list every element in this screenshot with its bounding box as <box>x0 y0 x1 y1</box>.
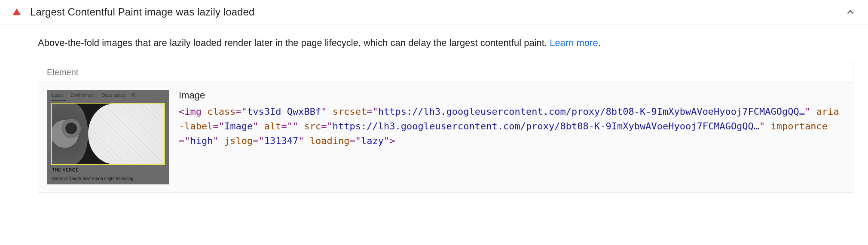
moon-image-icon <box>51 104 88 164</box>
element-table: Element Latest Environment Outer space R… <box>38 62 853 193</box>
thumb-highlight-box <box>51 103 165 165</box>
thumb-nav-item: Environment <box>70 93 95 98</box>
audit-header[interactable]: Largest Contentful Paint image was lazil… <box>0 0 868 24</box>
description-suffix: . <box>598 37 601 48</box>
thumb-nav-underline <box>52 100 66 101</box>
learn-more-link[interactable]: Learn more <box>550 37 598 48</box>
element-thumbnail: Latest Environment Outer space R THE VER… <box>47 90 169 184</box>
moon-image-icon <box>88 104 165 164</box>
thumb-nav-item: R <box>132 93 135 98</box>
table-header: Element <box>38 62 853 83</box>
node-details: Image <img class="tvs3Id QwxBBf" srcset=… <box>179 90 844 184</box>
audit-description: Above-the-fold images that are lazily lo… <box>38 36 853 50</box>
audit-body: Above-the-fold images that are lazily lo… <box>0 24 868 203</box>
thumb-nav: Latest Environment Outer space R <box>47 90 169 99</box>
thumb-nav-item: Latest <box>52 93 64 98</box>
thumb-caption: Saturn's 'Death Star' moon might be hidi… <box>52 176 164 181</box>
node-snippet[interactable]: <img class="tvs3Id QwxBBf" srcset="https… <box>179 104 844 148</box>
thumb-nav-item: Outer space <box>101 93 125 98</box>
node-label: Image <box>179 90 844 101</box>
table-row: Latest Environment Outer space R THE VER… <box>38 83 853 192</box>
thumb-source: THE VERGE <box>52 168 79 172</box>
description-text: Above-the-fold images that are lazily lo… <box>38 37 550 48</box>
audit-item: Largest Contentful Paint image was lazil… <box>0 0 868 203</box>
fail-triangle-icon <box>12 7 21 17</box>
chevron-up-icon[interactable] <box>845 6 856 18</box>
audit-title: Largest Contentful Paint image was lazil… <box>30 6 845 18</box>
